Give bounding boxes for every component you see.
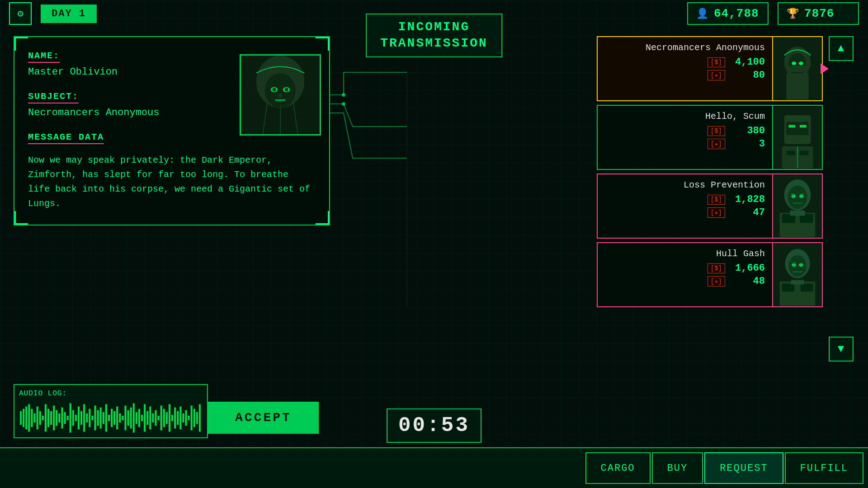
svg-rect-117 [185, 410, 187, 426]
contract-card-1[interactable]: Hello, Scum [$] 380 [✦] 3 [597, 105, 823, 170]
credit-icon-2: [$] [708, 195, 725, 205]
rep-number-3: 48 [729, 276, 765, 287]
svg-rect-82 [89, 409, 90, 427]
corner-tl [14, 37, 28, 51]
svg-rect-111 [169, 404, 170, 432]
svg-rect-60 [28, 404, 30, 432]
svg-rect-89 [108, 415, 110, 421]
scroll-up-button[interactable]: ▲ [829, 36, 854, 61]
svg-rect-62 [33, 413, 35, 422]
scroll-down-button[interactable]: ▼ [829, 337, 854, 361]
svg-rect-108 [160, 406, 162, 431]
corner-br [316, 211, 329, 225]
svg-rect-71 [58, 413, 60, 422]
request-button[interactable]: REQUEST [704, 452, 783, 484]
credits-number-1: 380 [729, 125, 765, 136]
svg-rect-118 [188, 416, 190, 420]
svg-rect-113 [174, 408, 176, 429]
svg-rect-73 [64, 412, 66, 424]
svg-rect-105 [152, 413, 154, 422]
svg-rect-12 [241, 56, 320, 134]
rep-icon-2: [✦] [708, 207, 725, 218]
day-badge: DAY 1 [41, 5, 97, 23]
svg-rect-64 [39, 411, 41, 425]
credits-box: 👤 64,788 [687, 2, 769, 25]
cargo-button[interactable]: CARGO [585, 452, 651, 484]
stat-row-credits-0: [$] 4,100 [605, 56, 765, 68]
svg-rect-76 [72, 410, 74, 426]
svg-rect-72 [61, 408, 63, 429]
svg-rect-110 [166, 412, 168, 424]
top-bar-right: 👤 64,788 🏆 7876 [687, 2, 859, 25]
svg-point-36 [788, 186, 807, 209]
svg-rect-45 [790, 211, 805, 216]
contract-card-2[interactable]: Loss Prevention [$] 1,828 [✦] 47 [597, 174, 823, 239]
portrait-svg-3 [773, 243, 822, 306]
contracts-panel: Necromancers Anonymous [$] 4,100 [✦] 80 [597, 36, 823, 311]
svg-point-38 [799, 194, 804, 198]
svg-rect-57 [20, 411, 22, 425]
svg-rect-85 [97, 410, 99, 426]
stat-row-credits-1: [$] 380 [605, 125, 765, 136]
contract-info-1: Hello, Scum [$] 380 [✦] 3 [598, 106, 772, 169]
subject-label: SUBJECT: [28, 91, 79, 103]
contract-info-3: Hull Gash [$] 1,666 [✦] 48 [598, 243, 772, 306]
contract-name-3: Hull Gash [605, 249, 765, 259]
svg-rect-122 [199, 404, 201, 432]
svg-rect-26 [786, 122, 808, 135]
stat-row-rep-2: [✦] 47 [605, 207, 765, 218]
svg-point-22 [786, 65, 808, 72]
buy-button[interactable]: BUY [652, 452, 703, 484]
portrait-svg-0 [773, 37, 822, 100]
bottom-nav: CARGO BUY REQUEST FULFILL [0, 447, 868, 488]
message-label: MESSAGE DATA [28, 132, 104, 144]
audio-waveform [19, 400, 203, 436]
contract-card-3[interactable]: Hull Gash [$] 1,666 [✦] 48 [597, 242, 823, 307]
fulfill-button[interactable]: FULFILL [785, 452, 863, 484]
svg-rect-91 [113, 411, 115, 425]
rep-number-2: 47 [729, 207, 765, 218]
svg-rect-81 [86, 413, 88, 422]
svg-point-20 [792, 61, 796, 65]
svg-rect-23 [786, 73, 808, 100]
accept-button[interactable]: ACCEPT [208, 402, 319, 434]
speaker-avatar-svg [241, 56, 320, 134]
svg-rect-63 [37, 407, 38, 430]
svg-rect-74 [67, 416, 69, 420]
svg-rect-95 [124, 406, 126, 431]
scroll-down-icon: ▼ [838, 343, 844, 355]
svg-rect-119 [191, 406, 193, 431]
scroll-bar: ▲ ▼ [827, 36, 854, 361]
gear-icon: ⚙ [17, 8, 23, 20]
contract-card-0[interactable]: Necromancers Anonymous [$] 4,100 [✦] 80 [597, 36, 823, 101]
svg-point-50 [799, 263, 803, 267]
svg-rect-106 [155, 410, 156, 426]
corner-bl [14, 211, 28, 225]
stat-row-rep-1: [✦] 3 [605, 138, 765, 150]
svg-rect-66 [45, 404, 47, 432]
svg-rect-98 [133, 404, 135, 433]
contract-stats-2: [$] 1,828 [✦] 47 [605, 194, 765, 218]
message-text: Now we may speak privately: the Dark Emp… [28, 153, 316, 211]
svg-rect-67 [47, 409, 49, 427]
name-label: NAME: [28, 51, 60, 63]
timer-value: 00:53 [398, 414, 470, 437]
stat-row-rep-3: [✦] 48 [605, 276, 765, 287]
svg-rect-83 [91, 416, 93, 420]
svg-rect-100 [138, 409, 140, 427]
corner-tr [316, 37, 329, 51]
settings-button[interactable]: ⚙ [9, 2, 32, 25]
contract-stats-0: [$] 4,100 [✦] 80 [605, 56, 765, 81]
svg-rect-77 [75, 415, 77, 421]
svg-rect-90 [111, 409, 113, 427]
contract-portrait-2 [772, 174, 822, 238]
stat-row-rep-0: [✦] 80 [605, 70, 765, 81]
svg-rect-55 [801, 284, 813, 292]
svg-rect-109 [163, 409, 165, 427]
svg-rect-121 [196, 412, 198, 424]
svg-rect-94 [122, 416, 123, 420]
svg-rect-59 [25, 407, 27, 430]
contract-name-1: Hello, Scum [605, 111, 765, 122]
rep-icon-3: [✦] [708, 276, 725, 286]
svg-rect-28 [800, 125, 807, 128]
